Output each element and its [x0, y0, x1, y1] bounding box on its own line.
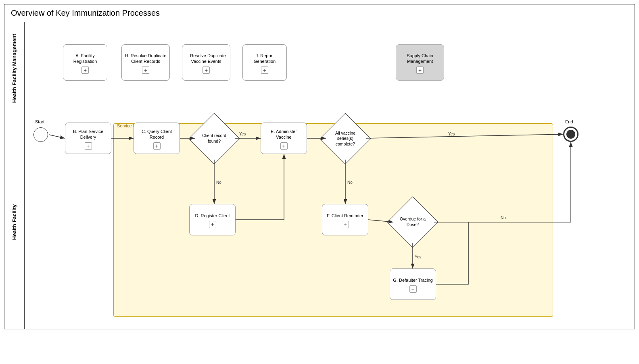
diagram-container: Overview of Key Immunization Processes H… — [4, 4, 635, 329]
process-C-plus[interactable]: + — [153, 142, 161, 150]
hf-lane-content: Service Delivery Start B. Plan Service D… — [25, 115, 635, 329]
process-C-label: C. Query Client Record — [136, 129, 177, 140]
diamond-3-label: Overdue for a Dose? — [399, 216, 427, 227]
process-C[interactable]: C. Query Client Record + — [134, 123, 180, 154]
start-circle — [33, 127, 48, 142]
process-F-plus[interactable]: + — [342, 221, 349, 228]
process-D-label: D. Register Client — [195, 213, 230, 218]
swim-lanes: Health Facility Management A. Facility R… — [4, 22, 635, 329]
process-D[interactable]: D. Register Client + — [189, 204, 236, 235]
process-B-plus[interactable]: + — [85, 142, 92, 150]
diamond-vaccine-series: All vaccine series(s) complete? — [325, 119, 365, 159]
process-D-plus[interactable]: + — [209, 221, 216, 228]
hf-label-text: Health Facility — [11, 204, 17, 240]
svg-line-1 — [49, 135, 65, 138]
process-J-plus[interactable]: + — [261, 67, 268, 74]
process-B[interactable]: B. Plan Service Delivery + — [65, 123, 111, 154]
process-F[interactable]: F. Client Reminder + — [322, 204, 368, 235]
process-E-plus[interactable]: + — [280, 142, 288, 150]
start-label: Start — [35, 119, 44, 124]
process-SCM-plus[interactable]: + — [416, 67, 424, 74]
health-facility-management-lane: Health Facility Management A. Facility R… — [4, 22, 635, 115]
process-A-label: A. Facility Registration — [66, 53, 104, 64]
diamond-2-label: All vaccine series(s) complete? — [331, 131, 359, 147]
hfm-lane-content: A. Facility Registration + H. Resolve Du… — [25, 22, 635, 115]
process-J[interactable]: J. Report Generation + — [242, 44, 287, 81]
hfm-lane-label: Health Facility Management — [4, 22, 25, 115]
end-circle-inner — [566, 130, 575, 139]
process-H[interactable]: H. Resolve Duplicate Client Records + — [121, 44, 170, 81]
process-I-label: I. Resolve Duplicate Vaccine Events — [185, 53, 228, 64]
process-B-label: B. Plan Service Delivery — [68, 129, 109, 140]
process-SCM-label: Supply Chain Management — [399, 53, 441, 64]
hf-lane-label: Health Facility — [4, 115, 25, 329]
process-A-plus[interactable]: + — [81, 67, 89, 74]
health-facility-lane: Health Facility Service Delivery Start B… — [4, 115, 635, 329]
process-J-label: J. Report Generation — [245, 53, 284, 64]
process-SCM[interactable]: Supply Chain Management + — [396, 44, 444, 81]
diamond-overdue: Overdue for a Dose? — [393, 202, 433, 242]
process-H-plus[interactable]: + — [142, 67, 149, 74]
process-G-plus[interactable]: + — [409, 285, 417, 293]
process-E[interactable]: E. Administer Vaccine + — [261, 123, 307, 154]
process-G[interactable]: G. Defaulter Tracing + — [390, 268, 436, 300]
process-E-label: E. Administer Vaccine — [263, 129, 304, 140]
end-label: End — [565, 119, 573, 124]
process-I-plus[interactable]: + — [203, 67, 210, 74]
diagram-title: Overview of Key Immunization Processes — [4, 4, 635, 22]
process-G-label: G. Defaulter Tracing — [393, 277, 432, 283]
process-H-label: H. Resolve Duplicate Client Records — [124, 53, 167, 64]
end-circle-outer — [563, 127, 578, 142]
process-I[interactable]: I. Resolve Duplicate Vaccine Events + — [182, 44, 230, 81]
diamond-client-record: Client record found? — [194, 119, 234, 159]
process-A[interactable]: A. Facility Registration + — [63, 44, 107, 81]
process-F-label: F. Client Reminder — [327, 213, 363, 218]
diamond-1-label: Client record found? — [200, 133, 228, 144]
hfm-label-text: Health Facility Management — [11, 34, 17, 103]
